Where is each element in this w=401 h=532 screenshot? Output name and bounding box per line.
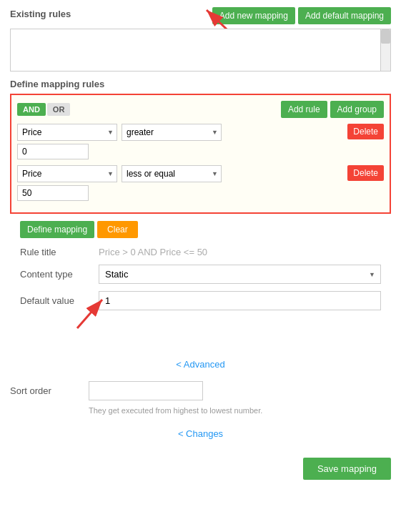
and-toggle-button[interactable]: AND — [17, 103, 46, 116]
content-type-label: Content type — [20, 269, 99, 280]
arrow-spacer — [20, 317, 381, 353]
changes-link[interactable]: < Changes — [0, 428, 401, 439]
operator-select-wrapper-1: greater less or equal equal — [122, 124, 222, 141]
save-mapping-button[interactable]: Save mapping — [303, 458, 391, 480]
field-select-2[interactable]: Price — [17, 165, 117, 182]
sort-order-label: Sort order — [10, 385, 89, 396]
advanced-link[interactable]: < Advanced — [20, 359, 381, 370]
existing-rules-section: Existing rules Add new mapping Add defau… — [0, 0, 401, 72]
rule-title-label: Rule title — [20, 247, 99, 257]
or-toggle-button[interactable]: OR — [47, 103, 71, 116]
field-select-wrapper-2: Price — [17, 165, 117, 182]
existing-rules-header: Existing rules Add new mapping Add defau… — [10, 7, 391, 24]
form-section: Define mapping Clear Rule title Price > … — [10, 221, 391, 370]
define-mapping-bar: Define mapping Clear — [20, 221, 381, 238]
rule-top-2: Price greater less or equal equal — [17, 165, 343, 182]
existing-rules-label: Existing rules — [10, 9, 71, 19]
default-value-row: Default value — [20, 291, 381, 310]
scrollbar-thumb — [381, 29, 390, 44]
rule-top-1: Price greater less or equal equal — [17, 124, 343, 141]
field-select-wrapper-1: Price — [17, 124, 117, 141]
delete-rule-button-2[interactable]: Delete — [347, 165, 384, 181]
default-value-field — [99, 291, 381, 310]
define-mapping-button[interactable]: Define mapping — [20, 221, 94, 238]
add-new-mapping-button[interactable]: Add new mapping — [212, 7, 295, 24]
content-type-field: Static Dynamic — [99, 265, 381, 284]
scrollbar[interactable] — [380, 29, 390, 71]
existing-rules-box — [10, 29, 391, 72]
rule-title-field: Price > 0 AND Price <= 50 — [99, 247, 381, 257]
field-select-1[interactable]: Price — [17, 124, 117, 141]
add-group-button[interactable]: Add group — [330, 101, 384, 118]
clear-button[interactable]: Clear — [97, 221, 138, 238]
default-value-label: Default value — [20, 295, 99, 306]
default-value-container: Default value — [20, 291, 381, 310]
rule-inputs-1: Price greater less or equal equal — [17, 124, 343, 159]
rule-value-input-1[interactable] — [17, 144, 89, 159]
rule-title-display: Price > 0 AND Price <= 50 — [99, 244, 207, 260]
operator-select-2[interactable]: greater less or equal equal — [122, 165, 222, 182]
rule-value-input-2[interactable] — [17, 185, 89, 201]
rule-action-buttons: Add rule Add group — [281, 101, 384, 118]
and-or-toggle: AND OR — [17, 103, 70, 116]
sort-order-input[interactable] — [89, 381, 203, 400]
rule-title-row: Rule title Price > 0 AND Price <= 50 — [20, 247, 381, 257]
rule-inputs-2: Price greater less or equal equal — [17, 165, 343, 201]
save-section: Save mapping — [0, 450, 401, 487]
operator-select-wrapper-2: greater less or equal equal — [122, 165, 222, 182]
existing-rules-buttons: Add new mapping Add default mapping — [212, 7, 391, 24]
operator-select-1[interactable]: greater less or equal equal — [122, 124, 222, 141]
add-default-mapping-button[interactable]: Add default mapping — [298, 7, 391, 24]
rules-box: AND OR Add rule Add group Price — [10, 94, 391, 214]
define-rules-label: Define mapping rules — [10, 79, 391, 89]
add-rule-button[interactable]: Add rule — [281, 101, 327, 118]
define-mapping-rules-section: Define mapping rules AND OR Add rule Add… — [0, 72, 401, 370]
sort-order-row: Sort order — [10, 381, 391, 400]
sort-order-section: Sort order They get executed from highes… — [0, 381, 401, 417]
sort-order-hint: They get executed from highest to lowest… — [89, 405, 391, 417]
default-value-input[interactable] — [99, 291, 381, 310]
content-type-row: Content type Static Dynamic — [20, 265, 381, 284]
delete-rule-button-1[interactable]: Delete — [347, 124, 384, 139]
rule-row-1: Price greater less or equal equal Delete — [17, 124, 384, 159]
content-type-select-wrapper: Static Dynamic — [99, 265, 381, 284]
content-type-select[interactable]: Static Dynamic — [99, 265, 381, 284]
rules-toolbar: AND OR Add rule Add group — [17, 101, 384, 118]
rule-row-2: Price greater less or equal equal Delete — [17, 165, 384, 201]
